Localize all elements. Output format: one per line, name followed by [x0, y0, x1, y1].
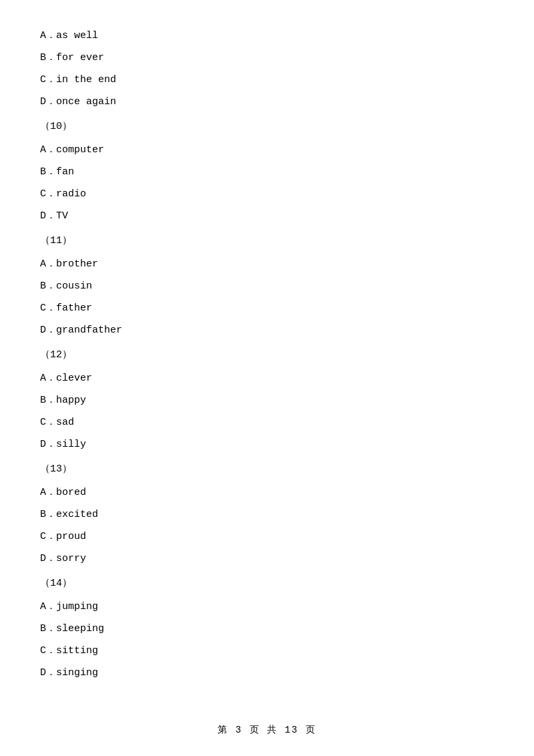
option-2-2: C．father: [40, 299, 494, 317]
section-label-3: （12）: [40, 346, 494, 364]
option-3-1: B．happy: [40, 391, 494, 409]
option-4-2: C．proud: [40, 528, 494, 546]
option-1-1: B．fan: [40, 163, 494, 181]
section-label-5: （14）: [40, 574, 494, 592]
option-3-0: A．clever: [40, 369, 494, 387]
option-0-2: C．in the end: [40, 71, 494, 89]
option-2-0: A．brother: [40, 255, 494, 273]
option-2-3: D．grandfather: [40, 321, 494, 339]
option-1-0: A．computer: [40, 141, 494, 159]
option-3-2: C．sad: [40, 413, 494, 431]
option-3-3: D．silly: [40, 435, 494, 453]
option-0-0: A．as well: [40, 27, 494, 45]
section-label-2: （11）: [40, 232, 494, 250]
option-1-3: D．TV: [40, 207, 494, 225]
option-1-2: C．radio: [40, 185, 494, 203]
page-footer: 第 3 页 共 13 页: [0, 724, 534, 736]
option-5-3: D．singing: [40, 664, 494, 682]
option-5-0: A．jumping: [40, 598, 494, 616]
option-0-1: B．for ever: [40, 49, 494, 67]
option-0-3: D．once again: [40, 93, 494, 111]
section-label-4: （13）: [40, 460, 494, 478]
option-4-1: B．excited: [40, 506, 494, 524]
main-content: A．as wellB．for everC．in the endD．once ag…: [0, 0, 534, 726]
option-4-0: A．bored: [40, 484, 494, 502]
option-4-3: D．sorry: [40, 550, 494, 568]
option-5-1: B．sleeping: [40, 620, 494, 638]
option-5-2: C．sitting: [40, 642, 494, 660]
section-label-1: （10）: [40, 118, 494, 136]
option-2-1: B．cousin: [40, 277, 494, 295]
